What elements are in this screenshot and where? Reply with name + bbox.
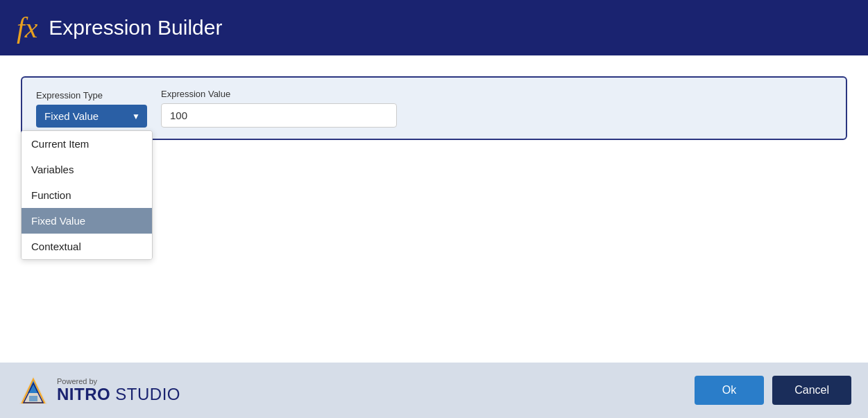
dropdown-item-contextual[interactable]: Contextual [22, 234, 152, 259]
expression-value-group: Expression Value [161, 89, 397, 128]
footer-buttons: Ok Cancel [695, 376, 851, 405]
expression-type-select[interactable]: Fixed Value [36, 105, 147, 128]
expression-type-group: Expression Type Fixed Value ▼ [36, 90, 147, 128]
dropdown-item-current-item[interactable]: Current Item [22, 131, 152, 157]
studio-word: STUDIO [110, 385, 180, 403]
nitro-logo-icon [17, 374, 50, 407]
header: fx Expression Builder [0, 0, 868, 55]
svg-rect-4 [29, 396, 37, 401]
main-content: Expression Type Fixed Value ▼ Expression… [0, 55, 868, 363]
logo-text-block: Powered by NITRO STUDIO [57, 377, 180, 403]
footer: Powered by NITRO STUDIO Ok Cancel [0, 363, 868, 418]
cancel-button[interactable]: Cancel [772, 376, 851, 405]
dropdown-item-variables[interactable]: Variables [22, 157, 152, 182]
dropdown-item-function[interactable]: Function [22, 182, 152, 208]
nitro-studio-text: NITRO STUDIO [57, 385, 180, 403]
fx-icon: fx [17, 13, 37, 42]
expression-type-select-wrapper: Fixed Value ▼ [36, 105, 147, 128]
nitro-word: NITRO [57, 385, 110, 403]
footer-logo: Powered by NITRO STUDIO [17, 374, 180, 407]
expression-type-dropdown: Current Item Variables Function Fixed Va… [21, 130, 153, 260]
dropdown-item-fixed-value[interactable]: Fixed Value [22, 208, 152, 234]
expression-value-label: Expression Value [161, 89, 397, 99]
ok-button[interactable]: Ok [695, 376, 764, 405]
page-title: Expression Builder [49, 16, 222, 40]
expression-type-label: Expression Type [36, 90, 147, 101]
expression-value-input[interactable] [161, 103, 397, 128]
